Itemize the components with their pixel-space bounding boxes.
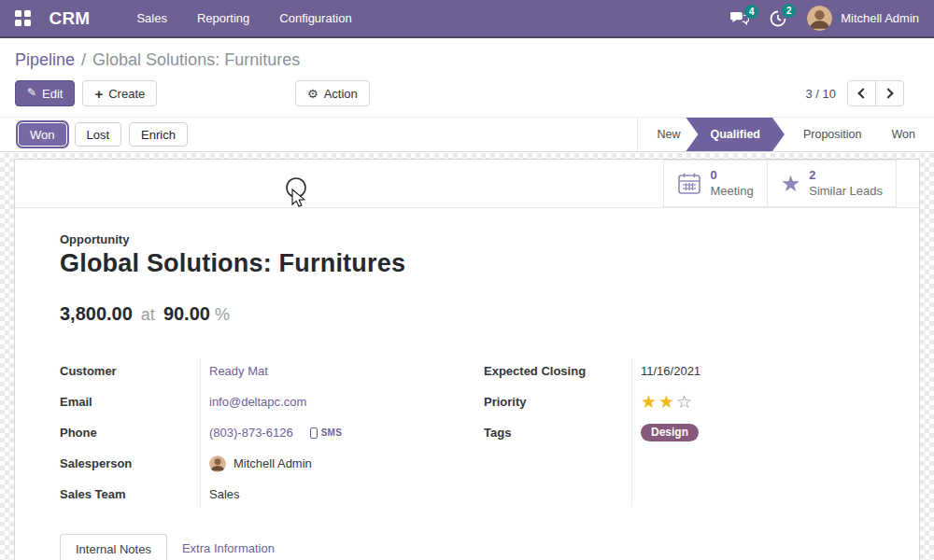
notebook-tabs: Internal Notes Extra Information	[15, 534, 919, 560]
top-navbar: CRM Sales Reporting Configuration 4 2	[0, 0, 934, 38]
customer-label: Customer	[60, 364, 200, 378]
opportunity-title: Global Solutions: Furnitures	[60, 249, 874, 278]
create-button[interactable]: + Create	[82, 80, 157, 106]
menu-reporting[interactable]: Reporting	[182, 0, 264, 37]
pencil-icon: ✎	[27, 87, 36, 98]
create-button-label: Create	[108, 87, 145, 101]
meeting-stat-button[interactable]: 0 Meeting	[663, 160, 767, 207]
chevron-left-icon	[857, 88, 868, 98]
pager: 3 / 10	[805, 80, 904, 106]
expected-revenue-amount: 3,800.00	[60, 303, 133, 325]
menu-sales[interactable]: Sales	[121, 0, 182, 37]
stage-pipeline: New Qualified Proposition Won	[637, 118, 934, 151]
percent-sign: %	[215, 305, 230, 325]
action-button-label: Action	[324, 87, 358, 101]
sales-team-label: Sales Team	[60, 487, 200, 501]
star-filled-icons[interactable]: ★★	[641, 393, 676, 411]
calendar-icon	[677, 172, 701, 195]
enrich-button[interactable]: Enrich	[129, 122, 188, 147]
field-row-priority: Priority ★★☆	[484, 386, 874, 417]
pager-next-button[interactable]	[875, 80, 904, 106]
record-type-label: Opportunity	[60, 232, 874, 246]
form-sheet: Opportunity Global Solutions: Furnitures…	[15, 208, 919, 510]
chevron-right-icon	[883, 88, 893, 98]
app-brand[interactable]: CRM	[50, 8, 91, 29]
field-row-email: Email info@deltapc.com	[60, 386, 450, 417]
star-icon: ★	[781, 173, 801, 195]
salesperson-label: Salesperson	[60, 456, 200, 470]
breadcrumb-separator: /	[81, 50, 86, 70]
edit-button[interactable]: ✎ Edit	[15, 80, 75, 106]
star-empty-icon[interactable]: ☆	[676, 393, 694, 411]
field-row-customer: Customer Ready Mat	[60, 356, 450, 386]
menu-configuration[interactable]: Configuration	[264, 0, 366, 37]
email-label: Email	[60, 395, 200, 409]
activities-icon[interactable]: 2	[770, 10, 786, 27]
similar-leads-stat-button[interactable]: ★ 2 Similar Leads	[767, 160, 897, 207]
sms-label: SMS	[321, 427, 343, 438]
statusbar: Won Lost Enrich New Qualified Propositio…	[0, 117, 934, 152]
phone-label: Phone	[60, 426, 200, 440]
tags-label: Tags	[484, 426, 631, 440]
pager-previous-button[interactable]	[847, 80, 876, 106]
tab-internal-notes[interactable]: Internal Notes	[60, 534, 167, 560]
priority-stars[interactable]: ★★☆	[631, 393, 874, 411]
email-value-link[interactable]: info@deltapc.com	[209, 395, 306, 409]
mark-won-button[interactable]: Won	[18, 122, 67, 147]
expected-closing-value[interactable]: 11/16/2021	[641, 364, 700, 378]
similar-leads-count: 2	[809, 168, 883, 183]
field-grid: Customer Ready Mat Email info@deltapc.co…	[60, 356, 874, 510]
gear-icon: ⚙	[307, 88, 318, 100]
sales-team-value[interactable]: Sales	[209, 487, 240, 501]
tab-extra-information[interactable]: Extra Information	[167, 534, 290, 560]
breadcrumb-pipeline[interactable]: Pipeline	[15, 50, 75, 70]
action-button[interactable]: ⚙ Action	[295, 80, 370, 106]
apps-menu-icon[interactable]	[15, 10, 31, 26]
stage-qualified-active[interactable]: Qualified	[686, 118, 784, 151]
mark-lost-button[interactable]: Lost	[75, 122, 122, 147]
edit-button-label: Edit	[42, 87, 63, 101]
field-row-tags: Tags Design	[484, 417, 874, 448]
similar-leads-label: Similar Leads	[809, 184, 883, 199]
stage-won[interactable]: Won	[873, 118, 934, 151]
priority-label: Priority	[484, 395, 631, 409]
customer-value-link[interactable]: Ready Mat	[209, 364, 268, 378]
salesperson-avatar	[209, 455, 226, 472]
pager-value: 3 / 10	[805, 87, 836, 101]
meeting-count: 0	[710, 168, 753, 183]
field-group-right: Expected Closing 11/16/2021 Priority ★★☆…	[484, 356, 874, 510]
messages-badge: 4	[744, 5, 758, 19]
card-header: 0 Meeting ★ 2 Similar Leads	[15, 160, 919, 208]
messages-icon[interactable]: 4	[730, 11, 749, 26]
send-sms-button[interactable]: SMS	[310, 427, 343, 439]
tag-design[interactable]: Design	[641, 424, 699, 441]
user-avatar[interactable]	[807, 6, 832, 31]
meeting-label: Meeting	[710, 184, 753, 199]
field-row-salesperson: Salesperson Mitchell Admin	[60, 448, 450, 479]
plus-icon: +	[94, 87, 103, 101]
user-menu[interactable]: Mitchell Admin	[841, 11, 919, 25]
breadcrumb-current: Global Solutions: Furnitures	[92, 50, 300, 70]
field-row-sales-team: Sales Team Sales	[60, 479, 450, 510]
expected-closing-label: Expected Closing	[484, 364, 631, 378]
activities-badge: 2	[782, 4, 796, 18]
opportunity-form-card: 0 Meeting ★ 2 Similar Leads Opportunity …	[14, 159, 920, 560]
phone-value-link[interactable]: (803)-873-6126	[209, 426, 293, 440]
revenue-at-label: at	[141, 305, 155, 325]
expected-revenue-row: 3,800.00 at 90.00 %	[60, 303, 874, 325]
breadcrumb: Pipeline / Global Solutions: Furnitures	[15, 50, 919, 70]
field-row-phone: Phone (803)-873-6126 SMS	[60, 417, 450, 448]
field-row-expected-closing: Expected Closing 11/16/2021	[484, 356, 874, 386]
probability-value: 90.00	[163, 303, 210, 325]
field-group-left: Customer Ready Mat Email info@deltapc.co…	[60, 356, 450, 510]
salesperson-value[interactable]: Mitchell Admin	[234, 456, 312, 470]
mobile-phone-icon	[310, 427, 318, 439]
control-panel: Pipeline / Global Solutions: Furnitures …	[0, 38, 934, 117]
